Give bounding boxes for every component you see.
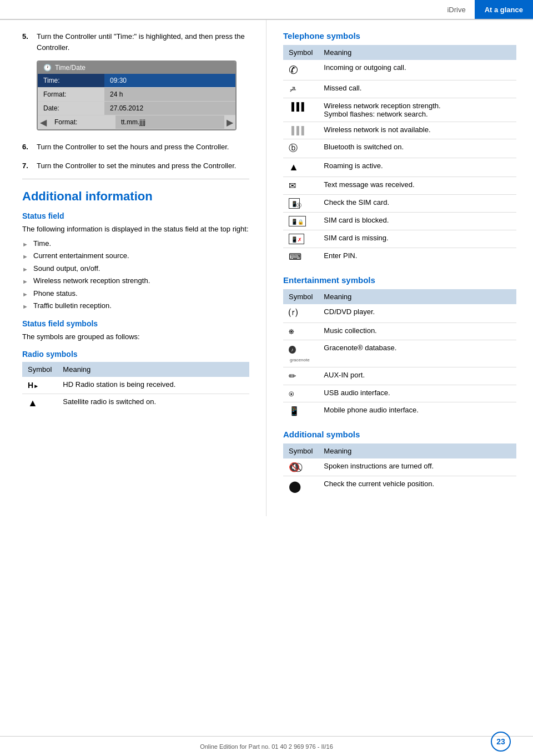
ent-symbol-5: 📱 xyxy=(283,402,318,420)
ent-meaning-3: AUX-IN port. xyxy=(318,367,516,385)
ent-symbol-3: ✏ xyxy=(283,367,318,385)
step-6-num: 6. xyxy=(22,142,32,153)
table-row: ⎈ Music collection. xyxy=(283,323,516,340)
bullet-arrow-1: ► xyxy=(22,240,29,249)
ent-meaning-gracenote: Gracenote® database. xyxy=(318,340,516,367)
tel-symbol-8: 📱Ⓧ xyxy=(283,195,318,213)
tel-symbol-2: ↗̶ xyxy=(283,80,318,98)
add-col-symbol: Symbol xyxy=(283,443,318,458)
table-row: 📱✗ SIM card is missing. xyxy=(283,230,516,248)
additional-symbols-table: Symbol Meaning 🔇⃠ Spoken instructions ar… xyxy=(283,443,516,496)
step-6-text: Turn the Controller to set the hours and… xyxy=(37,142,249,153)
list-item-phone: ►Phone status. xyxy=(22,288,249,299)
add-meaning-2: Check the current vehicle position. xyxy=(318,476,516,497)
table-row: ⓑ Bluetooth is switched on. xyxy=(283,139,516,158)
ent-meaning-1: CD/DVD player. xyxy=(318,304,516,323)
screen-row-format1: Format: 24 h xyxy=(38,88,235,102)
table-row: ↗̶ Missed call. xyxy=(283,80,516,98)
radio-symbol-1: H► xyxy=(22,377,57,394)
tel-symbol-6: ▲ xyxy=(283,158,318,177)
entertainment-symbols-table: Symbol Meaning ⒭ CD/DVD player. ⎈ Music … xyxy=(283,289,516,420)
list-item-sound-text: Sound output, on/off. xyxy=(33,263,100,274)
tel-meaning-7: Text message was received. xyxy=(318,177,516,195)
ent-symbol-1: ⒭ xyxy=(283,304,318,323)
table-row: ▐▐▐ Wireless network reception strength.… xyxy=(283,98,516,122)
left-column: 5. Turn the Controller until "Time:" is … xyxy=(0,20,266,516)
status-field-body: The following information is displayed i… xyxy=(22,224,249,235)
page-header: iDrive At a glance xyxy=(0,0,533,20)
table-row: 📱🔒 SIM card is blocked. xyxy=(283,213,516,230)
tel-meaning-1: Incoming or outgoing call. xyxy=(318,60,516,80)
tel-meaning-6: Roaming is active. xyxy=(318,158,516,177)
screen-value-format1: 24 h xyxy=(104,88,235,101)
clock-icon: 🕐 xyxy=(43,64,52,72)
tel-meaning-9: SIM card is blocked. xyxy=(318,213,516,230)
table-row: ⒭ CD/DVD player. xyxy=(283,304,516,323)
list-item-wireless-text: Wireless network reception strength. xyxy=(33,275,150,286)
list-item-entertainment-text: Current entertainment source. xyxy=(33,250,129,261)
tel-symbol-9: 📱🔒 xyxy=(283,213,318,230)
ent-meaning-4: USB audio interface. xyxy=(318,385,516,402)
screen-header: 🕐 Time/Date xyxy=(38,62,235,74)
radio-symbols-table: Symbol Meaning H► HD Radio station is be… xyxy=(22,362,249,412)
table-row: 📱Ⓧ Check the SIM card. xyxy=(283,195,516,213)
radio-meaning-1: HD Radio station is being received. xyxy=(57,377,249,394)
telephone-col-symbol: Symbol xyxy=(283,45,318,60)
tel-symbol-3: ▐▐▐ xyxy=(283,98,318,122)
table-row: ⬤ Check the current vehicle position. xyxy=(283,476,516,497)
add-meaning-1: Spoken instructions are turned off. xyxy=(318,458,516,476)
table-row: ⌨ Enter PIN. xyxy=(283,248,516,266)
telephone-symbols-table: Symbol Meaning ✆ Incoming or outgoing ca… xyxy=(283,45,516,265)
screen-nav-right[interactable]: ▶ xyxy=(224,117,235,128)
ent-meaning-5: Mobile phone audio interface. xyxy=(318,402,516,420)
add-symbol-1: 🔇⃠ xyxy=(283,458,318,476)
step-5-num: 5. xyxy=(22,31,32,53)
table-row: ▲ Satellite radio is switched on. xyxy=(22,394,249,413)
tel-meaning-4: Wireless network is not available. xyxy=(318,122,516,139)
add-symbol-2: ⬤ xyxy=(283,476,318,497)
tel-meaning-8: Check the SIM card. xyxy=(318,195,516,213)
table-row: ✆ Incoming or outgoing call. xyxy=(283,60,516,80)
tel-meaning-5: Bluetooth is switched on. xyxy=(318,139,516,158)
add-col-meaning: Meaning xyxy=(318,443,516,458)
radio-table-col-meaning: Meaning xyxy=(57,362,249,377)
right-column: Telephone symbols Symbol Meaning ✆ Incom… xyxy=(266,20,533,516)
bullet-arrow-6: ► xyxy=(22,302,29,311)
tel-meaning-10: SIM card is missing. xyxy=(318,230,516,248)
ent-symbol-gracenote: ♪gracenote xyxy=(283,340,318,367)
list-item-sound: ►Sound output, on/off. xyxy=(22,263,249,274)
screen-nav-left[interactable]: ◀ xyxy=(38,117,49,128)
table-row: ♪gracenote Gracenote® database. xyxy=(283,340,516,367)
additional-information-heading: Additional information xyxy=(22,189,249,204)
step-6: 6. Turn the Controller to set the hours … xyxy=(22,142,249,153)
screen-value-time: 09:30 xyxy=(104,74,235,87)
radio-symbols-heading: Radio symbols xyxy=(22,350,249,359)
tel-symbol-4: ▐▐▐ xyxy=(283,122,318,139)
table-row: ✉ Text message was received. xyxy=(283,177,516,195)
table-row: 🔇⃠ Spoken instructions are turned off. xyxy=(283,458,516,476)
screen-label-format2: Format: xyxy=(49,115,115,129)
tel-symbol-5: ⓑ xyxy=(283,139,318,158)
list-item-traffic: ►Traffic bulletin reception. xyxy=(22,300,249,311)
step-7-text: Turn the Controller to set the minutes a… xyxy=(37,160,249,172)
list-item-phone-text: Phone status. xyxy=(33,288,78,299)
screen-row-date: Date: 27.05.2012 xyxy=(38,102,235,115)
entertainment-symbols-heading: Entertainment symbols xyxy=(283,275,516,285)
telephone-col-meaning: Meaning xyxy=(318,45,516,60)
table-row: H► HD Radio station is being received. xyxy=(22,377,249,394)
tel-symbol-11: ⌨ xyxy=(283,248,318,266)
screen-title: Time/Date xyxy=(55,64,86,72)
list-item-time: ►Time. xyxy=(22,238,249,249)
ent-symbol-2: ⎈ xyxy=(283,323,318,340)
status-field-list: ►Time. ►Current entertainment source. ►S… xyxy=(22,238,249,311)
footer: Online Edition for Part no. 01 40 2 969 … xyxy=(0,736,533,756)
table-row: ▐▐▐ Wireless network is not available. xyxy=(283,122,516,139)
page-number: 23 xyxy=(491,732,511,752)
ent-meaning-2: Music collection. xyxy=(318,323,516,340)
list-item-traffic-text: Traffic bulletin reception. xyxy=(33,300,112,311)
screen-mockup: 🕐 Time/Date Time: 09:30 Format: 24 h Dat… xyxy=(37,61,237,130)
list-item-entertainment: ►Current entertainment source. xyxy=(22,250,249,261)
table-row: 📱 Mobile phone audio interface. xyxy=(283,402,516,420)
ataglance-label: At a glance xyxy=(475,0,533,19)
tel-symbol-1: ✆ xyxy=(283,60,318,80)
